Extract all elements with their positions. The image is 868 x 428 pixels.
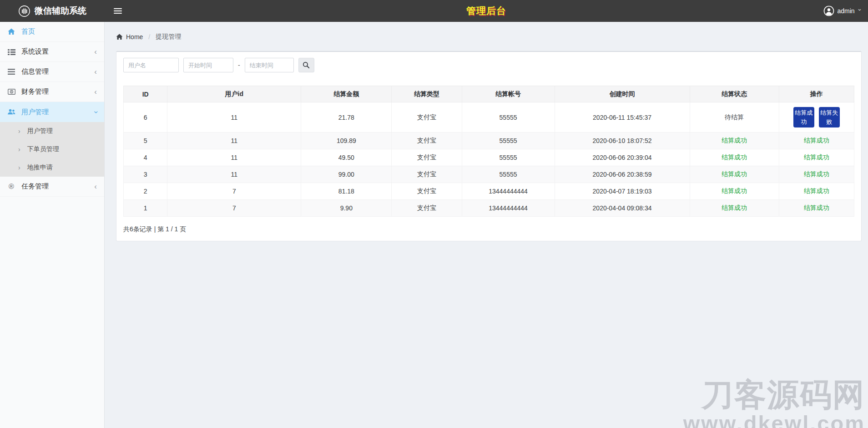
sidebar-item-label: 信息管理 [21, 67, 49, 76]
sidebar-item-system-settings[interactable]: 系统设置 ‹ [0, 42, 104, 62]
main-content: Home / 提现管理 - ID 用户 [105, 0, 868, 241]
action-settled-link[interactable]: 结算成功 [804, 170, 829, 178]
cell-amount: 99.00 [301, 166, 392, 183]
cell-id: 4 [124, 149, 167, 166]
sidebar-subitem-label: 地推申请 [27, 163, 53, 172]
action-settled-link[interactable]: 结算成功 [804, 187, 829, 194]
username-input[interactable] [123, 58, 179, 72]
cell-user-id: 11 [167, 166, 301, 183]
col-created: 创建时间 [555, 86, 690, 102]
col-id: ID [124, 86, 167, 102]
home-icon [7, 28, 15, 35]
status-settled: 结算成功 [722, 137, 747, 144]
cell-user-id: 7 [167, 200, 301, 217]
sidebar: 首页 系统设置 ‹ 信息管理 ‹ [0, 22, 105, 428]
cell-id: 5 [124, 132, 167, 149]
chevron-left-icon: ‹ [94, 48, 97, 56]
status-pending: 待结算 [725, 113, 744, 121]
watermark-line2: www.dkewl.com [683, 413, 865, 428]
cell-type: 支付宝 [392, 166, 462, 183]
sidebar-subitem-user-management[interactable]: › 用户管理 [0, 122, 104, 140]
table-row: 3 11 99.00 支付宝 55555 2020-06-06 20:38:59… [124, 166, 854, 183]
start-time-input[interactable] [183, 58, 233, 72]
breadcrumb-current: 提现管理 [156, 33, 181, 41]
bars-icon [7, 69, 15, 75]
cell-created: 2020-06-06 20:38:59 [555, 166, 690, 183]
chevron-right-icon: › [18, 146, 20, 153]
pagination-summary: 共6条记录 | 第 1 / 1 页 [123, 225, 854, 234]
sidebar-item-task-management[interactable]: ® 任务管理 ‹ [0, 177, 104, 197]
col-status: 结算状态 [690, 86, 779, 102]
top-header: 微信辅助系统 管理后台 admin ‹ [0, 0, 868, 22]
col-account: 结算帐号 [462, 86, 555, 102]
watermark: 刀客源码网 www.dkewl.com [683, 379, 865, 428]
user-name: admin [838, 7, 855, 15]
cell-account: 55555 [462, 149, 555, 166]
user-avatar-icon [823, 5, 834, 16]
sidebar-item-label: 任务管理 [21, 182, 49, 191]
cell-account: 55555 [462, 132, 555, 149]
cell-amount: 9.90 [301, 200, 392, 217]
cell-created: 2020-06-10 18:07:52 [555, 132, 690, 149]
cell-type: 支付宝 [392, 102, 462, 132]
cell-type: 支付宝 [392, 200, 462, 217]
sidebar-item-info-management[interactable]: 信息管理 ‹ [0, 62, 104, 82]
table-row: 2 7 81.18 支付宝 13444444444 2020-04-07 18:… [124, 183, 854, 200]
search-button[interactable] [298, 58, 314, 72]
table-row: 1 7 9.90 支付宝 13444444444 2020-04-04 09:0… [124, 200, 854, 217]
list-blocks-icon [7, 49, 15, 55]
status-settled: 结算成功 [722, 187, 747, 194]
search-icon [303, 61, 310, 69]
user-menu[interactable]: admin ‹ [823, 0, 860, 22]
table-row: 4 11 49.50 支付宝 55555 2020-06-06 20:39:04… [124, 149, 854, 166]
brand: 微信辅助系统 [0, 5, 105, 17]
status-settled: 结算成功 [722, 153, 747, 161]
chevron-right-icon: › [18, 164, 20, 171]
cell-user-id: 11 [167, 132, 301, 149]
cell-account: 13444444444 [462, 200, 555, 217]
cell-created: 2020-04-04 09:08:34 [555, 200, 690, 217]
sidebar-item-label: 用户管理 [21, 108, 49, 117]
sidebar-submenu-user-management: › 用户管理 › 下单员管理 › 地推申请 [0, 122, 104, 177]
settle-fail-button[interactable]: 结算失败 [819, 107, 840, 127]
sidebar-subitem-label: 用户管理 [27, 127, 53, 135]
cell-user-id: 7 [167, 183, 301, 200]
table-row: 6 11 21.78 支付宝 55555 2020-06-11 15:45:37… [124, 102, 854, 132]
watermark-line1: 刀客源码网 [683, 379, 865, 411]
action-settled-link[interactable]: 结算成功 [804, 204, 829, 211]
cell-type: 支付宝 [392, 149, 462, 166]
action-settled-link[interactable]: 结算成功 [804, 137, 829, 144]
cell-account: 55555 [462, 166, 555, 183]
cell-amount: 49.50 [301, 149, 392, 166]
cell-created: 2020-06-11 15:45:37 [555, 102, 690, 132]
action-settled-link[interactable]: 结算成功 [804, 153, 829, 161]
col-actions: 操作 [779, 86, 854, 102]
status-settled: 结算成功 [722, 204, 747, 211]
col-user-id: 用户id [167, 86, 301, 102]
sidebar-item-label: 系统设置 [21, 47, 49, 56]
sidebar-item-user-management[interactable]: 用户管理 ‹ [0, 102, 104, 122]
brand-name: 微信辅助系统 [35, 5, 86, 17]
range-separator: - [238, 61, 240, 69]
col-type: 结算类型 [392, 86, 462, 102]
col-amount: 结算金额 [301, 86, 392, 102]
end-time-input[interactable] [245, 58, 294, 72]
registered-icon: ® [7, 183, 15, 191]
content-card: - ID 用户id 结算金额 结算类型 结算帐号 [116, 51, 862, 241]
sidebar-item-home[interactable]: 首页 [0, 22, 104, 42]
sidebar-subitem-label: 下单员管理 [27, 145, 59, 153]
sidebar-item-finance-management[interactable]: 财务管理 ‹ [0, 82, 104, 102]
brand-logo-icon [18, 5, 30, 17]
home-icon [116, 34, 123, 40]
page-header-title: 管理后台 [105, 5, 868, 17]
breadcrumb-home-link[interactable]: Home [126, 33, 143, 41]
cell-created: 2020-06-06 20:39:04 [555, 149, 690, 166]
cell-account: 13444444444 [462, 183, 555, 200]
settle-success-button[interactable]: 结算成功 [793, 107, 814, 127]
sidebar-item-label: 财务管理 [21, 87, 49, 96]
sidebar-subitem-order-clerk-management[interactable]: › 下单员管理 [0, 140, 104, 158]
cell-id: 3 [124, 166, 167, 183]
chevron-down-icon: ‹ [92, 111, 100, 113]
cell-id: 1 [124, 200, 167, 217]
sidebar-subitem-promotion-application[interactable]: › 地推申请 [0, 158, 104, 177]
